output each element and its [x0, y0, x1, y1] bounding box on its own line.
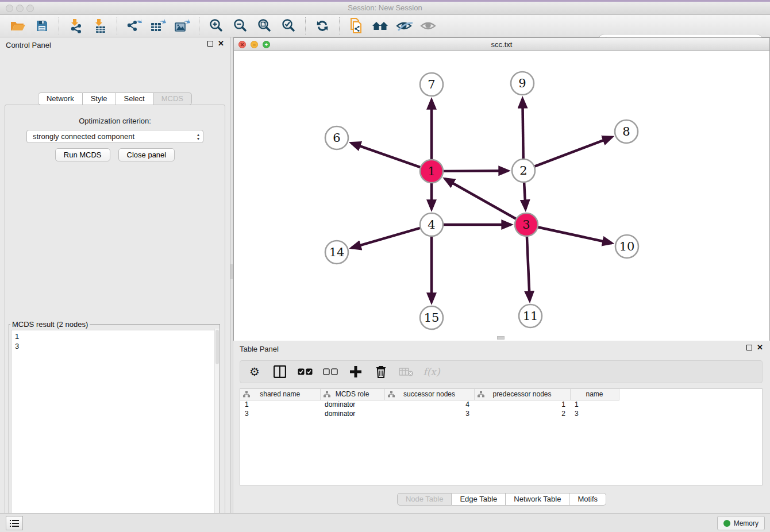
memory-button[interactable]: Memory: [717, 516, 765, 530]
network-window-titlebar[interactable]: ✕ − + scc.txt: [234, 38, 769, 51]
show-all-icon[interactable]: [419, 17, 438, 34]
deselect-all-icon[interactable]: [323, 364, 338, 379]
table-row[interactable]: 3 dominator 3 2 3: [240, 409, 762, 418]
export-image-icon[interactable]: [172, 17, 192, 34]
graph-node-9[interactable]: 9: [511, 72, 534, 95]
clone-network-icon[interactable]: [346, 17, 366, 34]
refresh-icon[interactable]: [313, 17, 332, 34]
close-panel-button[interactable]: Close panel: [118, 148, 175, 161]
mcds-result-text[interactable]: 1 3: [11, 330, 218, 532]
zoom-fit-icon[interactable]: [255, 17, 274, 34]
mcds-panel: Optimization criterion: strongly connect…: [5, 105, 225, 532]
zoom-in-icon[interactable]: [206, 17, 226, 34]
graph-edge-3-11[interactable]: [527, 236, 530, 300]
control-panel: Control Panel ✕ Network Style Select MCD…: [0, 37, 230, 513]
graph-node-6[interactable]: 6: [325, 126, 348, 149]
export-table-icon[interactable]: [148, 17, 168, 34]
graph-node-label: 9: [518, 76, 526, 90]
graph-node-label: 8: [622, 125, 630, 138]
graph-node-2[interactable]: 2: [512, 159, 535, 182]
zoom-out-icon[interactable]: [230, 17, 250, 34]
table-tabs: Node Table Edge Table Network Table Moti…: [233, 493, 770, 506]
node-table[interactable]: shared name MCDS role successor nodes pr…: [240, 388, 763, 485]
delete-column-icon[interactable]: [374, 364, 388, 379]
graph-edge-3-10[interactable]: [538, 227, 612, 243]
toolbar-separator: [117, 17, 117, 34]
tab-motifs[interactable]: Motifs: [569, 493, 606, 506]
table-header-row: shared name MCDS role successor nodes pr…: [240, 389, 762, 400]
table-panel-title: Table Panel: [240, 345, 279, 353]
tab-mcds[interactable]: MCDS: [153, 92, 192, 105]
add-column-icon[interactable]: [348, 364, 363, 379]
graph-node-label: 7: [428, 78, 435, 91]
graph-node-label: 6: [333, 131, 340, 145]
import-table-icon[interactable]: [90, 17, 110, 34]
column-header-name[interactable]: name: [570, 389, 619, 400]
table-toolbar: ⚙ f(x): [240, 360, 763, 383]
close-table-panel-icon[interactable]: ✕: [757, 345, 763, 350]
memory-label: Memory: [734, 519, 759, 527]
optimization-criterion-select[interactable]: strongly connected component ▴▾: [26, 130, 203, 143]
network-canvas[interactable]: 7968124314101511: [234, 51, 769, 341]
window-title: Session: New Session: [0, 3, 770, 12]
graph-edge-3-1[interactable]: [445, 179, 517, 219]
column-header-mcds-role[interactable]: MCDS role: [320, 389, 384, 400]
hide-selected-icon[interactable]: [395, 17, 414, 34]
graph-node-14[interactable]: 14: [325, 241, 348, 264]
run-mcds-button[interactable]: Run MCDS: [55, 148, 110, 161]
network-resize-grip[interactable]: [497, 336, 505, 340]
graph-edge-2-3[interactable]: [524, 182, 526, 209]
column-header-predecessor-nodes[interactable]: predecessor nodes: [474, 389, 570, 400]
tab-network[interactable]: Network: [38, 92, 83, 105]
task-history-button[interactable]: [6, 516, 23, 530]
graph-node-10[interactable]: 10: [615, 235, 638, 258]
tab-network-table[interactable]: Network Table: [506, 493, 569, 506]
result-scrollbar[interactable]: [214, 329, 220, 532]
graph-node-11[interactable]: 11: [519, 304, 542, 327]
save-session-icon[interactable]: [32, 17, 52, 34]
graph-node-label: 15: [424, 311, 440, 325]
column-header-successor-nodes[interactable]: successor nodes: [384, 389, 474, 400]
main-toolbar: [0, 15, 770, 37]
zoom-selected-icon[interactable]: [279, 17, 298, 34]
graph-edge-2-9[interactable]: [522, 99, 523, 159]
tab-select[interactable]: Select: [116, 92, 153, 105]
tab-node-table[interactable]: Node Table: [397, 493, 452, 506]
splitter-grip[interactable]: [230, 264, 233, 279]
import-network-icon[interactable]: [66, 17, 86, 34]
close-panel-icon[interactable]: ✕: [218, 41, 224, 47]
graph-node-15[interactable]: 15: [420, 306, 443, 329]
function-builder-icon[interactable]: f(x): [424, 364, 439, 379]
graph-node-label: 10: [619, 240, 635, 253]
table-row[interactable]: 1 dominator 4 1 1: [240, 400, 762, 409]
graph-node-3[interactable]: 3: [515, 213, 538, 236]
export-network-icon[interactable]: [124, 17, 144, 34]
graph-node-4[interactable]: 4: [420, 213, 443, 236]
control-panel-tabs: Network Style Select MCDS: [0, 92, 230, 105]
graph-node-label: 11: [523, 309, 538, 323]
column-header-shared-name[interactable]: shared name: [240, 389, 320, 400]
graph-node-1[interactable]: 1: [420, 160, 443, 183]
graph-edge-4-14[interactable]: [352, 228, 421, 248]
float-table-panel-icon[interactable]: [746, 345, 752, 350]
split-panel-icon[interactable]: [272, 364, 287, 379]
graph-node-7[interactable]: 7: [420, 73, 443, 96]
graph-edge-1-2[interactable]: [443, 171, 508, 171]
tab-style[interactable]: Style: [83, 92, 116, 105]
mcds-result-legend: MCDS result (2 nodes): [10, 320, 90, 329]
graph-node-label: 3: [522, 218, 530, 232]
float-panel-icon[interactable]: [207, 41, 213, 47]
mcds-result-group: MCDS result (2 nodes) 1 3: [9, 320, 220, 532]
list-icon: [9, 519, 20, 528]
graph-node-label: 1: [428, 164, 435, 178]
select-all-icon[interactable]: [298, 364, 313, 379]
first-neighbors-icon[interactable]: [371, 17, 390, 34]
graph-node-8[interactable]: 8: [615, 120, 638, 143]
open-session-icon[interactable]: [8, 17, 28, 34]
graph-edge-2-8[interactable]: [534, 137, 612, 167]
table-panel: Table Panel ✕ ⚙ f(x): [233, 342, 770, 513]
table-settings-icon[interactable]: ⚙: [247, 364, 262, 379]
graph-edge-1-6[interactable]: [351, 143, 421, 167]
tab-edge-table[interactable]: Edge Table: [452, 493, 506, 506]
delete-table-icon[interactable]: [399, 364, 414, 379]
